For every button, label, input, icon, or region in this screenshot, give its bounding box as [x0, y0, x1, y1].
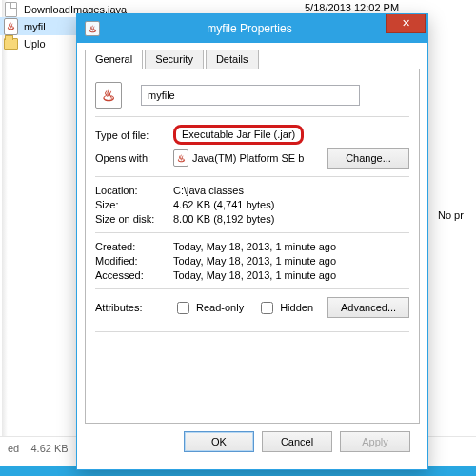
jar-icon: ♨	[4, 19, 18, 33]
label-modified: Modified:	[95, 255, 173, 267]
divider	[95, 116, 409, 117]
divider	[95, 288, 409, 289]
close-button[interactable]: ✕	[386, 14, 426, 33]
folder-icon	[4, 36, 18, 50]
file-name: Uplo	[24, 38, 46, 50]
tab-panel-general: ♨ Type of file: Executable Jar File (.ja…	[85, 69, 420, 424]
advanced-button[interactable]: Advanced...	[327, 297, 409, 318]
status-prefix: ed	[8, 443, 19, 454]
type-value: Executable Jar File (.jar)	[182, 129, 295, 140]
readonly-checkbox-label[interactable]: Read-only	[173, 299, 244, 317]
label-opens: Opens with:	[95, 152, 173, 164]
file-date: 5/18/2013 12:02 PM	[305, 2, 399, 13]
label-accessed: Accessed:	[95, 269, 173, 281]
modified-value: Today, May 18, 2013, 1 minute ago	[173, 255, 409, 267]
readonly-checkbox[interactable]	[177, 302, 189, 314]
ondisk-value: 8.00 KB (8,192 bytes)	[173, 213, 409, 225]
ok-button[interactable]: OK	[184, 431, 254, 452]
label-type: Type of file:	[95, 129, 173, 141]
hidden-checkbox-label[interactable]: Hidden	[257, 299, 313, 317]
size-value: 4.62 KB (4,741 bytes)	[173, 199, 409, 210]
titlebar-icon: ♨	[85, 21, 100, 36]
hidden-checkbox[interactable]	[261, 302, 273, 314]
filename-input[interactable]	[141, 85, 360, 106]
label-attributes: Attributes:	[95, 302, 173, 313]
properties-dialog: ♨ myfile Properties ✕ General Security D…	[76, 13, 428, 470]
explorer-left-divider	[2, 0, 8, 436]
status-size: 4.62 KB	[30, 443, 68, 454]
opens-value: Java(TM) Platform SE b	[192, 152, 327, 164]
file-type-icon: ♨	[95, 82, 122, 109]
label-ondisk: Size on disk:	[95, 213, 173, 225]
apply-button[interactable]: Apply	[340, 431, 410, 452]
readonly-text: Read-only	[196, 302, 244, 313]
label-location: Location:	[95, 185, 173, 196]
type-value-highlight: Executable Jar File (.jar)	[173, 125, 304, 145]
location-value: C:\java classes	[173, 185, 409, 196]
hidden-text: Hidden	[280, 302, 313, 313]
titlebar[interactable]: ♨ myfile Properties ✕	[77, 14, 427, 43]
created-value: Today, May 18, 2013, 1 minute ago	[173, 241, 409, 252]
label-size: Size:	[95, 199, 173, 210]
divider	[95, 176, 409, 177]
window-title: myfile Properties	[100, 22, 427, 35]
close-icon: ✕	[402, 17, 410, 30]
dialog-footer: OK Cancel Apply	[85, 424, 420, 462]
label-created: Created:	[95, 241, 173, 252]
change-button[interactable]: Change...	[327, 148, 409, 169]
divider	[95, 331, 409, 332]
tab-details[interactable]: Details	[206, 50, 259, 69]
tab-security[interactable]: Security	[145, 50, 204, 69]
file-icon	[4, 2, 18, 16]
file-name: myfil	[24, 21, 46, 32]
java-platform-icon: ♨	[173, 150, 188, 166]
preview-pane-text: No pr	[438, 209, 476, 221]
accessed-value: Today, May 18, 2013, 1 minute ago	[173, 269, 409, 281]
cancel-button[interactable]: Cancel	[262, 431, 332, 452]
tab-general[interactable]: General	[85, 50, 143, 69]
divider	[95, 232, 409, 233]
